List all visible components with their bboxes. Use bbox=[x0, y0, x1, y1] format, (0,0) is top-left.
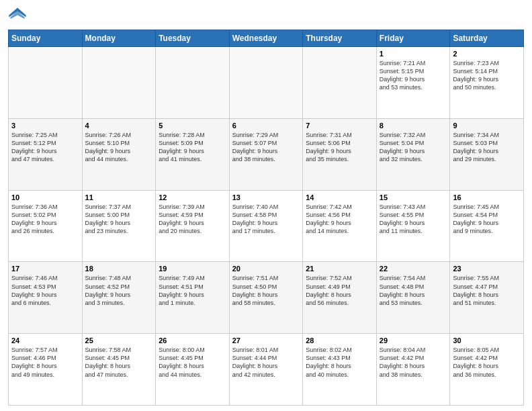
calendar-cell: 22Sunrise: 7:54 AM Sunset: 4:48 PM Dayli… bbox=[376, 262, 450, 334]
day-info: Sunrise: 7:39 AM Sunset: 4:59 PM Dayligh… bbox=[159, 203, 226, 236]
day-info: Sunrise: 7:43 AM Sunset: 4:55 PM Dayligh… bbox=[380, 203, 447, 236]
day-number: 29 bbox=[380, 336, 447, 345]
day-info: Sunrise: 8:05 AM Sunset: 4:42 PM Dayligh… bbox=[453, 346, 521, 379]
calendar-cell: 12Sunrise: 7:39 AM Sunset: 4:59 PM Dayli… bbox=[156, 190, 230, 262]
calendar-week-3: 10Sunrise: 7:36 AM Sunset: 5:02 PM Dayli… bbox=[9, 190, 524, 262]
day-info: Sunrise: 7:23 AM Sunset: 5:14 PM Dayligh… bbox=[453, 59, 521, 92]
day-number: 26 bbox=[159, 336, 226, 345]
logo bbox=[8, 7, 30, 26]
day-info: Sunrise: 7:25 AM Sunset: 5:12 PM Dayligh… bbox=[11, 131, 79, 164]
day-number: 5 bbox=[159, 122, 226, 130]
calendar-cell: 9Sunrise: 7:34 AM Sunset: 5:03 PM Daylig… bbox=[450, 118, 524, 190]
calendar-cell: 28Sunrise: 8:02 AM Sunset: 4:43 PM Dayli… bbox=[303, 334, 377, 406]
day-number: 28 bbox=[306, 336, 373, 345]
day-info: Sunrise: 8:02 AM Sunset: 4:43 PM Dayligh… bbox=[306, 346, 373, 379]
day-info: Sunrise: 7:34 AM Sunset: 5:03 PM Dayligh… bbox=[453, 131, 521, 164]
day-number: 7 bbox=[306, 122, 373, 130]
day-number: 1 bbox=[380, 50, 447, 58]
calendar-cell: 4Sunrise: 7:26 AM Sunset: 5:10 PM Daylig… bbox=[82, 118, 156, 190]
day-number: 24 bbox=[11, 336, 79, 345]
day-number: 10 bbox=[11, 193, 79, 201]
day-number: 30 bbox=[453, 336, 521, 345]
calendar-cell bbox=[303, 47, 377, 119]
day-number: 14 bbox=[306, 193, 373, 201]
day-number: 12 bbox=[159, 193, 226, 201]
day-number: 8 bbox=[380, 122, 447, 130]
logo-icon bbox=[8, 7, 27, 26]
calendar-header-monday: Monday bbox=[82, 30, 156, 47]
calendar-cell: 29Sunrise: 8:04 AM Sunset: 4:42 PM Dayli… bbox=[376, 334, 450, 406]
calendar-header-tuesday: Tuesday bbox=[156, 30, 230, 47]
calendar-cell: 13Sunrise: 7:40 AM Sunset: 4:58 PM Dayli… bbox=[229, 190, 303, 262]
day-number: 23 bbox=[453, 265, 521, 273]
day-number: 15 bbox=[380, 193, 447, 201]
calendar-header-wednesday: Wednesday bbox=[229, 30, 303, 47]
calendar-cell: 25Sunrise: 7:58 AM Sunset: 4:45 PM Dayli… bbox=[82, 334, 156, 406]
day-info: Sunrise: 7:45 AM Sunset: 4:54 PM Dayligh… bbox=[453, 203, 521, 236]
day-number: 4 bbox=[85, 122, 153, 130]
day-info: Sunrise: 7:48 AM Sunset: 4:52 PM Dayligh… bbox=[85, 274, 153, 307]
calendar-cell: 7Sunrise: 7:31 AM Sunset: 5:06 PM Daylig… bbox=[303, 118, 377, 190]
day-number: 16 bbox=[453, 193, 521, 201]
day-number: 11 bbox=[85, 193, 153, 201]
calendar-cell: 6Sunrise: 7:29 AM Sunset: 5:07 PM Daylig… bbox=[229, 118, 303, 190]
day-number: 19 bbox=[159, 265, 226, 273]
page: SundayMondayTuesdayWednesdayThursdayFrid… bbox=[0, 0, 532, 411]
calendar-table: SundayMondayTuesdayWednesdayThursdayFrid… bbox=[8, 30, 524, 406]
day-info: Sunrise: 8:04 AM Sunset: 4:42 PM Dayligh… bbox=[380, 346, 447, 379]
day-number: 20 bbox=[232, 265, 300, 273]
day-info: Sunrise: 7:37 AM Sunset: 5:00 PM Dayligh… bbox=[85, 203, 153, 236]
calendar-cell bbox=[9, 47, 83, 119]
day-number: 21 bbox=[306, 265, 373, 273]
calendar-cell: 10Sunrise: 7:36 AM Sunset: 5:02 PM Dayli… bbox=[9, 190, 83, 262]
calendar-header-row: SundayMondayTuesdayWednesdayThursdayFrid… bbox=[9, 30, 524, 47]
day-number: 22 bbox=[380, 265, 447, 273]
calendar-cell bbox=[156, 47, 230, 119]
day-info: Sunrise: 7:31 AM Sunset: 5:06 PM Dayligh… bbox=[306, 131, 373, 164]
day-number: 17 bbox=[11, 265, 79, 273]
calendar-cell: 17Sunrise: 7:46 AM Sunset: 4:53 PM Dayli… bbox=[9, 262, 83, 334]
day-info: Sunrise: 7:42 AM Sunset: 4:56 PM Dayligh… bbox=[306, 203, 373, 236]
calendar-header-sunday: Sunday bbox=[9, 30, 83, 47]
day-number: 3 bbox=[11, 122, 79, 130]
calendar-cell bbox=[82, 47, 156, 119]
calendar-cell: 1Sunrise: 7:21 AM Sunset: 5:15 PM Daylig… bbox=[376, 47, 450, 119]
calendar-cell bbox=[229, 47, 303, 119]
day-info: Sunrise: 7:51 AM Sunset: 4:50 PM Dayligh… bbox=[232, 274, 300, 307]
day-info: Sunrise: 8:00 AM Sunset: 4:45 PM Dayligh… bbox=[159, 346, 226, 379]
day-number: 25 bbox=[85, 336, 153, 345]
day-info: Sunrise: 7:58 AM Sunset: 4:45 PM Dayligh… bbox=[85, 346, 153, 379]
day-info: Sunrise: 7:21 AM Sunset: 5:15 PM Dayligh… bbox=[380, 59, 447, 92]
calendar-cell: 14Sunrise: 7:42 AM Sunset: 4:56 PM Dayli… bbox=[303, 190, 377, 262]
calendar-week-1: 1Sunrise: 7:21 AM Sunset: 5:15 PM Daylig… bbox=[9, 47, 524, 119]
day-number: 18 bbox=[85, 265, 153, 273]
calendar-cell: 30Sunrise: 8:05 AM Sunset: 4:42 PM Dayli… bbox=[450, 334, 524, 406]
calendar-cell: 26Sunrise: 8:00 AM Sunset: 4:45 PM Dayli… bbox=[156, 334, 230, 406]
day-info: Sunrise: 8:01 AM Sunset: 4:44 PM Dayligh… bbox=[232, 346, 300, 379]
day-info: Sunrise: 7:52 AM Sunset: 4:49 PM Dayligh… bbox=[306, 274, 373, 307]
calendar-cell: 16Sunrise: 7:45 AM Sunset: 4:54 PM Dayli… bbox=[450, 190, 524, 262]
calendar-cell: 11Sunrise: 7:37 AM Sunset: 5:00 PM Dayli… bbox=[82, 190, 156, 262]
day-info: Sunrise: 7:32 AM Sunset: 5:04 PM Dayligh… bbox=[380, 131, 447, 164]
day-info: Sunrise: 7:36 AM Sunset: 5:02 PM Dayligh… bbox=[11, 203, 79, 236]
day-info: Sunrise: 7:28 AM Sunset: 5:09 PM Dayligh… bbox=[159, 131, 226, 164]
calendar-cell: 23Sunrise: 7:55 AM Sunset: 4:47 PM Dayli… bbox=[450, 262, 524, 334]
calendar-header-thursday: Thursday bbox=[303, 30, 377, 47]
day-number: 6 bbox=[232, 122, 300, 130]
calendar-week-5: 24Sunrise: 7:57 AM Sunset: 4:46 PM Dayli… bbox=[9, 334, 524, 406]
calendar-cell: 15Sunrise: 7:43 AM Sunset: 4:55 PM Dayli… bbox=[376, 190, 450, 262]
calendar-cell: 5Sunrise: 7:28 AM Sunset: 5:09 PM Daylig… bbox=[156, 118, 230, 190]
day-info: Sunrise: 7:46 AM Sunset: 4:53 PM Dayligh… bbox=[11, 274, 79, 307]
day-info: Sunrise: 7:40 AM Sunset: 4:58 PM Dayligh… bbox=[232, 203, 300, 236]
calendar-cell: 3Sunrise: 7:25 AM Sunset: 5:12 PM Daylig… bbox=[9, 118, 83, 190]
calendar-week-4: 17Sunrise: 7:46 AM Sunset: 4:53 PM Dayli… bbox=[9, 262, 524, 334]
day-info: Sunrise: 7:55 AM Sunset: 4:47 PM Dayligh… bbox=[453, 274, 521, 307]
day-info: Sunrise: 7:54 AM Sunset: 4:48 PM Dayligh… bbox=[380, 274, 447, 307]
calendar-cell: 19Sunrise: 7:49 AM Sunset: 4:51 PM Dayli… bbox=[156, 262, 230, 334]
day-info: Sunrise: 7:26 AM Sunset: 5:10 PM Dayligh… bbox=[85, 131, 153, 164]
calendar-cell: 20Sunrise: 7:51 AM Sunset: 4:50 PM Dayli… bbox=[229, 262, 303, 334]
calendar-cell: 24Sunrise: 7:57 AM Sunset: 4:46 PM Dayli… bbox=[9, 334, 83, 406]
day-info: Sunrise: 7:57 AM Sunset: 4:46 PM Dayligh… bbox=[11, 346, 79, 379]
day-number: 2 bbox=[453, 50, 521, 58]
header bbox=[8, 7, 524, 26]
